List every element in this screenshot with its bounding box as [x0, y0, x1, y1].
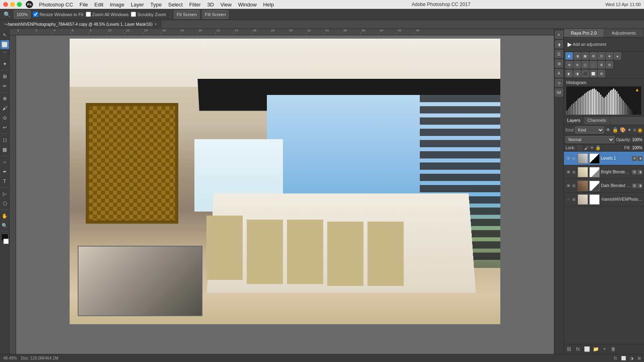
canvas-viewport[interactable]: [16, 35, 554, 354]
tool-magic-wand[interactable]: ✦: [0, 60, 9, 68]
layer-item-bright[interactable]: 👁 ⊞ Bright Blended Done ⊞ ◑: [564, 165, 644, 179]
raya-tab-adjustments[interactable]: Adjustments: [604, 29, 644, 37]
maximize-button[interactable]: [17, 2, 22, 7]
lock-transparency-icon[interactable]: ⬛: [577, 145, 582, 150]
layer-effect-icon[interactable]: ✦: [627, 127, 632, 133]
tool-path[interactable]: ▷: [0, 189, 9, 198]
layer-visibility-icon-1[interactable]: 👁: [566, 156, 571, 161]
raya-tab-main[interactable]: Raya Pro 2.0: [564, 29, 604, 37]
panel-btn-2[interactable]: ◑: [555, 40, 563, 48]
menu-select[interactable]: Select: [165, 0, 186, 9]
minimize-button[interactable]: [10, 2, 15, 7]
menu-file[interactable]: File: [77, 0, 91, 9]
menu-filter[interactable]: Filter: [186, 0, 204, 9]
background-color[interactable]: [3, 239, 9, 244]
raya-icon-16[interactable]: ⬛: [582, 70, 589, 77]
menu-window[interactable]: Window: [235, 0, 259, 9]
raya-play-button[interactable]: ▶: [566, 39, 573, 50]
tool-shape[interactable]: ⬡: [0, 199, 9, 208]
menu-3d[interactable]: 3D: [204, 0, 217, 9]
tool-text[interactable]: T: [0, 177, 9, 186]
raya-icon-2[interactable]: ◑: [574, 52, 581, 60]
tool-move[interactable]: ↖: [0, 31, 9, 39]
document-tab[interactable]: ~-hamishNIVENPhotography_78A4657-4 copy …: [0, 20, 161, 29]
lock-image-icon[interactable]: 🖌: [584, 146, 588, 150]
panel-btn-7[interactable]: IM: [555, 88, 563, 97]
scrubby-zoom-option[interactable]: Scrubby Zoom: [131, 12, 166, 17]
tab-channels[interactable]: Channels: [584, 117, 609, 125]
panel-btn-3[interactable]: ☰: [555, 50, 563, 58]
blend-mode-select[interactable]: Normal: [566, 136, 615, 143]
panel-btn-5[interactable]: A: [555, 69, 563, 77]
fill-screen-button[interactable]: Fill Screen: [202, 10, 229, 19]
lock-all-icon[interactable]: 🔒: [595, 145, 601, 150]
layer-mode-icon[interactable]: ≡: [633, 127, 636, 133]
tool-eyedropper[interactable]: ✏: [0, 82, 9, 90]
raya-icon-17[interactable]: ⬜: [590, 70, 597, 77]
delete-layer-button[interactable]: 🗑: [610, 346, 617, 353]
raya-icon-10[interactable]: ◫: [582, 61, 589, 68]
zoom-level-display[interactable]: 100%: [14, 10, 31, 19]
raya-icon-5[interactable]: ⊡: [598, 52, 605, 60]
menu-help[interactable]: Help: [260, 0, 277, 9]
raya-icon-13[interactable]: ⊟: [606, 61, 613, 68]
raya-icon-15[interactable]: ◨: [574, 70, 581, 77]
layer-visibility-icon-4[interactable]: 👁: [566, 197, 571, 202]
menu-type[interactable]: Type: [148, 0, 165, 9]
raya-icon-9[interactable]: ⊗: [574, 61, 581, 68]
lock-position-icon[interactable]: ✛: [590, 145, 594, 150]
panel-btn-6[interactable]: ⊙: [555, 79, 563, 87]
layer-visibility-icon-3[interactable]: 👁: [566, 183, 571, 188]
tool-history-brush[interactable]: ↩: [0, 123, 9, 132]
tool-lasso[interactable]: ⌒: [0, 50, 9, 59]
raya-icon-14[interactable]: ◧: [566, 70, 573, 77]
layer-item-base[interactable]: 👁 ⊞ -hamishNIVENPhotography_78A4...: [564, 193, 644, 206]
tab-close-button[interactable]: ×: [155, 22, 157, 27]
raya-icon-1[interactable]: ◐: [566, 52, 573, 60]
layer-lock-icon[interactable]: 🔒: [612, 127, 618, 133]
tool-pen[interactable]: ✒: [0, 167, 9, 176]
menu-photoshop[interactable]: Photoshop CC: [36, 0, 76, 9]
add-style-button[interactable]: fx: [574, 346, 582, 353]
zoom-all-option[interactable]: Zoom All Windows: [86, 12, 128, 17]
raya-icon-6[interactable]: ◈: [606, 52, 613, 60]
new-layer-button[interactable]: +: [601, 346, 608, 353]
tool-eraser[interactable]: ◻: [0, 136, 9, 144]
tool-marquee[interactable]: ⬜: [0, 40, 9, 49]
add-mask-button[interactable]: ⬜: [583, 346, 590, 353]
layer-filter-active-icon[interactable]: ◉: [638, 127, 642, 133]
menu-edit[interactable]: Edit: [92, 0, 106, 9]
layer-visibility-icon-2[interactable]: 👁: [566, 170, 571, 175]
layer-kind-select[interactable]: Kind: [575, 126, 604, 134]
tab-layers[interactable]: Layers: [564, 117, 584, 125]
layer-color-icon[interactable]: 🎨: [620, 127, 626, 133]
raya-icon-7[interactable]: ▲: [614, 52, 621, 60]
layer-item-dark[interactable]: 👁 ⊞ Dark Blended Done ⊞ ◑: [564, 179, 644, 193]
new-group-button[interactable]: 📁: [592, 346, 599, 353]
tool-dodge[interactable]: ○: [0, 158, 9, 167]
menu-layer[interactable]: Layer: [128, 0, 147, 9]
raya-icon-3[interactable]: ▦: [582, 52, 589, 60]
layer-filter-icon[interactable]: 👁: [606, 127, 611, 133]
raya-icon-4[interactable]: ⊞: [590, 52, 597, 60]
close-button[interactable]: [3, 2, 8, 7]
tool-hand[interactable]: ✋: [0, 212, 9, 220]
link-layers-button[interactable]: ⛓: [566, 346, 573, 353]
tool-crop[interactable]: ⊞: [0, 72, 9, 81]
tool-brush[interactable]: 🖌: [0, 104, 9, 113]
tool-clone[interactable]: ⊙: [0, 113, 9, 122]
raya-icon-12[interactable]: ⊞: [598, 61, 605, 68]
menu-view[interactable]: View: [217, 0, 234, 9]
menu-image[interactable]: Image: [107, 0, 127, 9]
raya-icon-11[interactable]: ⬚: [590, 61, 597, 68]
raya-icon-18[interactable]: ⊞: [598, 70, 605, 77]
layer-item-levels1[interactable]: 👁 ⊞ Levels 1 ⊞ ◑: [564, 152, 644, 165]
raya-icon-8[interactable]: ⊕: [566, 61, 573, 68]
fit-screen-button[interactable]: Fit Screen: [174, 10, 200, 19]
tool-zoom[interactable]: 🔍: [0, 221, 9, 230]
panel-btn-4[interactable]: ⊞: [555, 60, 563, 68]
panel-btn-1[interactable]: ≡: [555, 31, 563, 39]
tool-healing[interactable]: ⊕: [0, 94, 9, 103]
tool-gradient[interactable]: ▦: [0, 145, 9, 154]
resize-windows-option[interactable]: Resize Windows to Fit: [33, 12, 83, 17]
